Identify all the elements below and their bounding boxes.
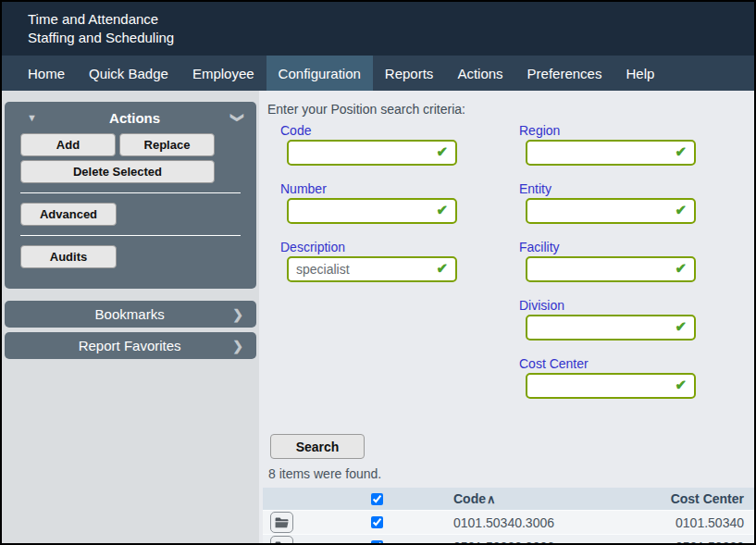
triangle-down-icon: ▼ [27,112,37,123]
row-cost-center-value: 0101.50340 [616,515,754,530]
description-field-label: Description [280,240,506,254]
app-title-line2: Staffing and Scheduling [28,29,754,47]
chevron-right-icon[interactable]: ❯ [232,307,243,322]
results-table: Code ∧ Cost Center [263,488,754,543]
results-summary: 8 items were found. [268,466,754,481]
row-code-value: 0101.50340.3006 [453,515,616,530]
entity-field-label: Entity [519,181,747,196]
audits-button[interactable]: Audits [20,245,117,268]
nav-item-quick-badge[interactable]: Quick Badge [77,56,180,91]
app-title-line1: Time and Attendance [28,10,754,29]
facility-field-label: Facility [519,240,747,254]
division-input[interactable] [527,316,668,339]
app-header: Time and Attendance Staffing and Schedul… [2,2,754,56]
position-search-form: Code ✔ Number ✔ Descri [267,123,754,415]
folder-icon [275,517,289,528]
select-all-checkbox[interactable] [371,493,383,505]
bookmarks-panel-title: Bookmarks [27,306,232,322]
row-checkbox[interactable] [371,540,383,543]
search-criteria-heading: Enter your Position search criteria: [267,102,754,117]
add-button[interactable]: Add [20,133,116,156]
open-record-button[interactable] [270,512,293,533]
chevron-down-icon[interactable]: ❯ [230,112,245,123]
search-button[interactable]: Search [270,434,365,459]
code-field-label: Code [280,123,506,138]
report-favorites-panel-title: Report Favorites [27,338,232,353]
row-cost-center-value: 0501.50220 [616,539,754,544]
row-code-value: 0501.50220.3006 [453,539,616,544]
checkmark-icon: ✔ [675,318,687,335]
divider [20,192,241,193]
main-content: Enter your Position search criteria: Cod… [259,91,754,543]
bookmarks-panel[interactable]: Bookmarks ❯ [5,301,256,328]
advanced-button[interactable]: Advanced [20,203,117,226]
folder-icon [275,541,289,544]
nav-item-home[interactable]: Home [16,56,77,91]
nav-item-preferences[interactable]: Preferences [515,56,614,91]
actions-panel: ▼ Actions ❯ Add Replace Delete Selected … [5,102,256,289]
nav-item-help[interactable]: Help [613,56,666,91]
nav-item-reports[interactable]: Reports [373,56,446,91]
code-input[interactable] [289,142,429,164]
code-column-header[interactable]: Code [453,491,486,506]
checkmark-icon: ✔ [436,260,448,277]
checkmark-icon: ✔ [675,260,687,277]
checkmark-icon: ✔ [436,202,448,218]
table-header-row: Code ∧ Cost Center [263,488,754,510]
checkmark-icon: ✔ [675,202,687,218]
table-row: 0501.50220.3006 0501.50220 [263,534,754,543]
app-window: Time and Attendance Staffing and Schedul… [0,0,756,545]
region-field-label: Region [519,123,747,138]
main-nav: Home Quick Badge Employee Configuration … [2,56,754,91]
row-checkbox[interactable] [371,516,383,528]
replace-button[interactable]: Replace [119,133,215,156]
number-field-label: Number [280,181,506,196]
cost-center-column-header[interactable]: Cost Center [616,491,754,506]
divider [20,235,241,236]
report-favorites-panel[interactable]: Report Favorites ❯ [5,332,256,359]
open-record-button[interactable] [270,536,293,543]
nav-item-actions[interactable]: Actions [445,56,514,91]
checkmark-icon: ✔ [675,377,687,393]
entity-input[interactable] [527,200,668,222]
checkmark-icon: ✔ [436,143,448,160]
sidebar: ▼ Actions ❯ Add Replace Delete Selected … [2,91,259,543]
description-input[interactable] [289,258,429,280]
region-input[interactable] [527,142,668,164]
delete-selected-button[interactable]: Delete Selected [20,160,215,183]
checkmark-icon: ✔ [675,143,687,160]
cost-center-input[interactable] [527,375,668,397]
chevron-right-icon[interactable]: ❯ [232,339,243,353]
cost-center-field-label: Cost Center [519,356,747,371]
facility-input[interactable] [527,258,668,280]
sort-ascending-icon[interactable]: ∧ [487,492,496,506]
nav-item-employee[interactable]: Employee [180,56,266,91]
actions-panel-header[interactable]: ▼ Actions ❯ [5,102,256,133]
number-input[interactable] [289,200,429,222]
table-row: 0101.50340.3006 0101.50340 [263,510,754,534]
division-field-label: Division [519,298,747,313]
actions-panel-title: Actions [37,110,232,126]
nav-item-configuration[interactable]: Configuration [266,56,373,91]
